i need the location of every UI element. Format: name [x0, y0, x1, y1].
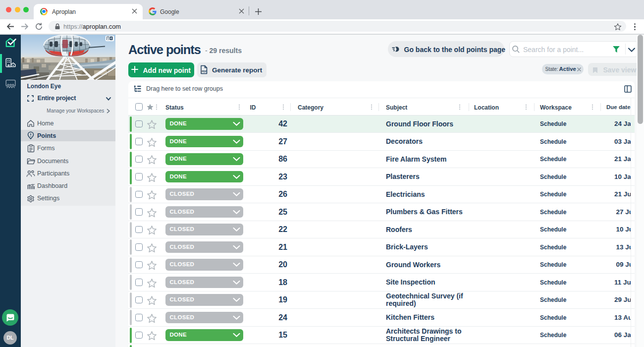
svg-text:PDF: PDF [202, 70, 207, 73]
